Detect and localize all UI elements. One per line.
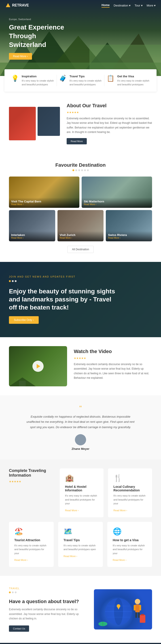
dest-card-interlaken[interactable]: Interlaken Read More › (9, 210, 55, 241)
about-section: About Our Travel ★★★★★ Extremely excelle… (0, 92, 161, 156)
subscribe-button[interactable]: Subscribe Only › (9, 316, 39, 324)
tips-link[interactable]: Read More › (64, 555, 77, 558)
hotel-icon: 🏨 (65, 474, 98, 482)
tips-icon: 🗺️ (64, 527, 98, 536)
faq-content: TRAVEL Have a question about travel? Ext… (9, 587, 85, 632)
nav-links: Home Destination ▾ Tour ▾ More ▾ (102, 3, 156, 8)
culinary-link[interactable]: Read More › (113, 509, 127, 512)
svg-rect-26 (102, 622, 103, 626)
destinations-section: Favourite Destination Visit The Capital … (0, 156, 161, 262)
about-stars: ★★★★★ (67, 111, 152, 114)
svg-rect-18 (139, 605, 141, 610)
destinations-title: Favourite Destination (9, 162, 152, 168)
hotel-desc: It's very easy to create stylish and bea… (65, 494, 98, 506)
testimonial-text: Exquisite cordially mr happiness of negl… (24, 414, 136, 430)
faq-label: TRAVEL (9, 587, 85, 590)
quote-mark: " (9, 404, 152, 412)
svg-point-15 (135, 599, 140, 604)
hero-cta-button[interactable]: Read More › (9, 53, 32, 60)
dot-5 (84, 170, 86, 171)
dest-title-matterhorn: Ski Matterhorn (84, 200, 150, 203)
dest-overlay-interlaken: Interlaken Read More › (9, 231, 55, 241)
dest-overlay-riviera: Swiss Riviera Read More › (106, 231, 152, 241)
service-attraction: 🏖️ Tourist Attraction It's very easy to … (9, 522, 54, 567)
dest-link-interlaken[interactable]: Read More › (11, 237, 53, 239)
culinary-title: Local Culinary Recommendation (113, 485, 147, 492)
dot-6 (87, 170, 89, 171)
feature-title-1: Inspiration (22, 75, 54, 78)
dest-title-interlaken: Interlaken (11, 233, 53, 237)
nav-home[interactable]: Home (102, 3, 110, 8)
svg-rect-9 (19, 381, 26, 386)
brand-logo[interactable]: RETRAVE (5, 3, 29, 8)
hotel-link[interactable]: Read More › (65, 509, 79, 512)
attraction-desc: It's very easy to create stylish and bea… (14, 544, 48, 556)
visa-service-title: How to get a Visa (113, 538, 147, 542)
visa-service-link[interactable]: Read More › (113, 559, 126, 561)
testimonial-name: Zhane Meyer (9, 447, 152, 450)
svg-rect-21 (140, 615, 145, 623)
hotel-title: Hotel & Hostel Information (65, 485, 98, 492)
visa-service-icon: 🌐 (113, 527, 147, 536)
features-strip: 💡 Inspiration It's very easy to create s… (4, 69, 156, 92)
services-section: Complete Traveling Information ★★★★★ 🏨 H… (0, 460, 161, 576)
about-content: About Our Travel ★★★★★ Extremely excelle… (67, 103, 152, 144)
about-image-2 (38, 107, 60, 136)
faq-illustration (94, 589, 152, 630)
brand-name: RETRAVE (12, 3, 29, 7)
feature-desc-2: It's very easy to create stylish and bea… (70, 79, 102, 86)
contact-us-button[interactable]: Contact Us (9, 626, 29, 632)
svg-rect-17 (134, 605, 136, 610)
attraction-icon: 🏖️ (14, 527, 48, 536)
dest-link-bern[interactable]: Read More › (11, 203, 77, 206)
nav-destination[interactable]: Destination ▾ (114, 4, 130, 7)
services-intro: Complete Traveling Information ★★★★★ (9, 468, 55, 485)
tips-title: Travel Tips (64, 538, 98, 542)
dest-title-zurich: Visit Zurich (60, 233, 102, 237)
dot-1 (72, 170, 74, 171)
nav-tour[interactable]: Tour ▾ (134, 4, 143, 7)
video-text: Extremely excellent certainly discourse … (74, 362, 152, 380)
tips-desc: It's very easy to create stylish and bea… (64, 544, 98, 552)
dest-title-riviera: Swiss Riviera (108, 233, 150, 237)
hero-title: Great Experience Through Switzerland (9, 23, 72, 49)
svg-rect-22 (141, 614, 144, 616)
banner-section: Join and get news and updates first Enjo… (0, 262, 161, 337)
about-images (9, 107, 60, 140)
dest-card-riviera[interactable]: Swiss Riviera Read More › (106, 210, 152, 241)
nav-more[interactable]: More ▾ (147, 4, 156, 7)
all-destinations-button[interactable]: All Destination (67, 246, 94, 253)
video-title: Watch the Video (74, 348, 152, 354)
svg-rect-16 (135, 604, 140, 612)
faq-section: TRAVEL Have a question about travel? Ext… (0, 576, 161, 643)
culinary-desc: It's very easy to create stylish and bea… (113, 494, 147, 506)
travel-tips-icon: 🧳 (59, 75, 67, 82)
feature-inspiration: 💡 Inspiration It's very easy to create s… (11, 75, 54, 86)
dest-link-matterhorn[interactable]: Read More › (84, 203, 150, 206)
feature-title-3: Get the Visa (117, 75, 150, 78)
dest-link-riviera[interactable]: Read More › (108, 237, 150, 239)
dest-card-matterhorn[interactable]: Ski Matterhorn Read More › (82, 176, 152, 208)
play-button[interactable] (32, 361, 44, 372)
inspiration-icon: 💡 (11, 75, 19, 82)
about-read-more-button[interactable]: Read More (67, 138, 87, 144)
dest-card-bern[interactable]: Visit The Capital Bern Read More › (9, 176, 80, 208)
culinary-icon: 🍴 (113, 474, 147, 482)
footer: RETRAVE Extremely excellent certainly di… (0, 643, 161, 644)
travel-illustration (94, 589, 152, 630)
services-bottom-cards: 🏖️ Tourist Attraction It's very easy to … (9, 522, 152, 567)
services-stars: ★★★★★ (9, 480, 55, 483)
video-thumbnail[interactable] (9, 346, 67, 386)
attraction-link[interactable]: Read More › (14, 559, 28, 561)
dest-card-zurich[interactable]: Visit Zurich Read More › (58, 210, 104, 241)
hero-breadcrumb: Europe, Switzerland (9, 18, 152, 20)
visa-icon: 📋 (107, 75, 114, 82)
banner-title: Enjoy the beauty of stunning sights and … (9, 287, 121, 312)
svg-marker-7 (6, 3, 10, 7)
video-tent-silhouette (9, 373, 67, 386)
about-image-1 (9, 107, 36, 140)
visa-service-desc: It's very easy to create stylish and bea… (113, 544, 147, 556)
dest-link-zurich[interactable]: Read More › (60, 237, 102, 239)
svg-rect-19 (135, 612, 137, 618)
video-content: Watch the Video ★★★★★ Extremely excellen… (74, 348, 152, 384)
